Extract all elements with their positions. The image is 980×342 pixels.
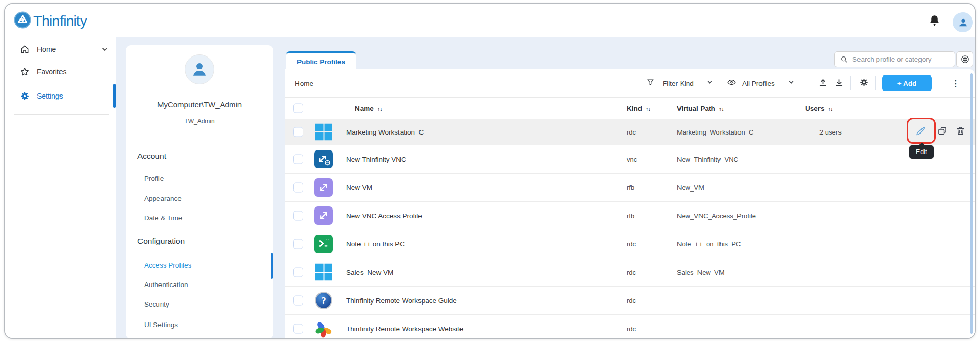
person-icon [957,17,969,28]
row-checkbox[interactable] [293,183,303,193]
profile-kind: rdc [627,128,636,136]
star-icon [19,67,30,77]
access-profiles-panel: Home Filter Kind All Profiles [285,69,975,338]
table-row[interactable]: New VNC Access Profile rfb New_VNC_Acces… [285,202,975,230]
table-header: Name↑↓ Kind↑↓ Virtual Path↑↓ Users↑↓ [285,98,975,119]
sidebar-item-label: Settings [37,92,63,100]
table-row[interactable]: Thinfinity Remote Workspace Website rdc [285,315,975,338]
advanced-search-button[interactable] [956,51,973,67]
windows-icon [314,124,333,141]
table-row[interactable]: New VM rfb New_VM [285,174,975,202]
row-checkbox[interactable] [293,239,303,249]
sidebar-item-label: Home [37,45,56,53]
column-header-name[interactable]: Name↑↓ [355,104,382,112]
table-row[interactable]: Sales_New VM rdc Sales_New_VM [285,258,975,287]
column-header-virtual-path[interactable]: Virtual Path↑↓ [677,104,724,112]
notifications-bell-icon[interactable] [928,14,941,29]
section-heading-account: Account [137,151,166,161]
profiles-table: Marketing Workstation_C rdc Marketing_Wo… [285,119,975,338]
settings-item-access-profiles[interactable]: Access Profiles [144,261,191,269]
trash-icon[interactable] [955,126,966,138]
select-all-checkbox[interactable] [293,103,303,113]
copy-icon[interactable] [937,126,948,139]
chevron-down-icon[interactable] [706,79,713,88]
toolbar-divider [850,76,851,90]
settings-item-appearance[interactable]: Appearance [144,195,182,202]
settings-item-ui-settings[interactable]: UI Settings [144,321,178,329]
profile-name: Note ++ on this PC [346,240,405,248]
tab-public-profiles[interactable]: Public Profiles [286,51,356,70]
breadcrumb[interactable]: Home [295,80,313,87]
settings-item-security[interactable]: Security [144,300,169,308]
profile-search [834,51,955,67]
filter-funnel-icon[interactable] [646,78,655,89]
sidebar-item-favorites[interactable]: Favorites [5,63,116,81]
profile-kind: rdc [627,297,636,305]
row-checkbox[interactable] [293,296,303,306]
profile-display-name: MyComputer\TW_Admin [126,100,273,109]
row-checkbox[interactable] [293,324,303,334]
top-bar: Thinfinity [5,4,975,36]
sort-icon[interactable]: ↑↓ [377,105,382,111]
home-icon [19,44,30,54]
profile-virtual-path: New_Thinfinity_VNC [677,156,738,163]
profile-kind: rdc [627,240,636,248]
toolbar-divider [808,76,808,90]
settings-scroll-indicator[interactable] [271,253,273,279]
settings-item-date-time[interactable]: Date & Time [144,214,182,222]
table-row[interactable]: New Thinfinity VNC vnc New_Thinfinity_VN… [285,145,975,174]
filter-kind-label[interactable]: Filter Kind [663,80,694,87]
sort-icon[interactable]: ↑↓ [646,105,650,111]
thinfinity-vnc-icon [314,150,333,168]
table-settings-gear-icon[interactable] [859,78,869,89]
row-checkbox[interactable] [293,155,303,164]
more-options-kebab-icon[interactable]: ⋮ [951,78,960,89]
profile-name: New VM [346,184,372,192]
brand-name: Thinfinity [33,13,87,29]
import-icon[interactable] [818,78,828,89]
export-icon[interactable] [834,78,844,89]
app-window: Thinfinity Home [4,3,976,339]
table-row[interactable]: Note ++ on this PC rdc Note_++_on_this_P… [285,230,975,258]
vnc-arrows-icon [314,178,333,197]
table-row[interactable]: ? Thinfinity Remote Workspace Guide rdc [285,287,975,315]
thinfinity-logo[interactable]: Thinfinity [13,11,87,31]
toolbar-divider [875,76,876,90]
windows-icon [314,264,333,281]
table-scrollbar[interactable] [970,73,973,334]
column-header-kind[interactable]: Kind↑↓ [627,104,650,112]
chevron-down-icon[interactable] [788,79,795,88]
view-filter-label[interactable]: All Profiles [742,80,775,87]
eye-icon[interactable] [727,78,736,89]
gear-icon [19,91,30,101]
settings-item-authentication[interactable]: Authentication [144,281,188,289]
row-checkbox[interactable] [293,127,303,137]
table-row[interactable]: Marketing Workstation_C rdc Marketing_Wo… [285,119,975,145]
column-header-users[interactable]: Users↑↓ [805,104,833,112]
profile-kind: rdc [627,325,636,333]
row-checkbox[interactable] [293,211,303,221]
sidebar-item-home[interactable]: Home [5,40,116,59]
profile-virtual-path: Marketing_Workstation_C [677,128,753,136]
profile-virtual-path: New_VM [677,184,704,192]
sidebar-item-settings[interactable]: Settings [5,87,116,105]
thinfinity-logo-icon [13,11,32,31]
profile-name: New Thinfinity VNC [346,156,406,163]
sidebar-item-label: Favorites [37,68,67,76]
profile-virtual-path: Note_++_on_this_PC [677,240,741,248]
edit-pencil-icon[interactable] [915,125,927,139]
row-checkbox[interactable] [293,268,303,277]
user-avatar[interactable] [953,12,973,32]
sort-icon[interactable]: ↑↓ [719,105,724,111]
search-input[interactable] [852,55,947,63]
terminal-icon [314,235,333,253]
profile-name: Thinfinity Remote Workspace Guide [346,297,457,305]
profile-users: 2 users [819,128,842,136]
add-button[interactable]: + Add [882,75,932,91]
profile-virtual-path: Sales_New_VM [677,269,725,276]
svg-text:?: ? [321,295,326,306]
sort-icon[interactable]: ↑↓ [828,105,833,111]
help-icon: ? [314,292,333,309]
settings-item-profile[interactable]: Profile [144,175,164,182]
chevron-down-icon[interactable] [101,45,109,55]
